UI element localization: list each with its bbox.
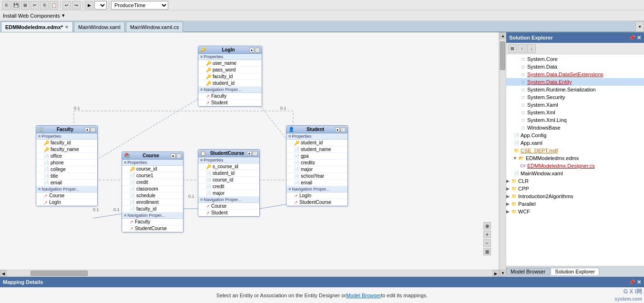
zoom-in-btn[interactable]: + <box>483 231 491 238</box>
se-item-intro2algo[interactable]: ▶ 📁 Introduction2Algorithms <box>506 192 644 200</box>
entity-studentcourse-collapse[interactable]: ▲ <box>247 151 252 156</box>
toolbar-btn-1[interactable]: ⎘ <box>2 1 10 10</box>
se-item-clr[interactable]: ▶ 📁 CLR <box>506 177 644 185</box>
se-label-systemdata-dse: System.Data.DataSetExtensions <box>527 71 603 77</box>
entity-student-expand[interactable]: □ <box>341 127 346 132</box>
se-expand-edmx[interactable]: ▼ <box>513 156 517 161</box>
se-item-appconfig[interactable]: 📄 App.Config <box>506 131 644 139</box>
se-item-windowsbase[interactable]: ◻ WindowsBase <box>506 124 644 131</box>
h-scrollbar[interactable]: ◀ ▶ <box>0 270 499 276</box>
tab-overflow-btn[interactable]: ▾ <box>635 21 644 32</box>
se-item-wcf[interactable]: ▶ 📁 WCF <box>506 208 644 215</box>
h-scroll-left[interactable]: ◀ <box>0 270 7 277</box>
se-toolbar-btn1[interactable]: ⊞ <box>508 44 517 53</box>
debug-combo[interactable]: Debug <box>94 1 107 10</box>
h-scroll-right[interactable]: ▶ <box>492 270 499 277</box>
v-scroll-down[interactable]: ▼ <box>500 270 506 276</box>
entity-student-nav-sc: ↗StudentCourse <box>286 199 348 206</box>
entity-faculty[interactable]: 🏢 Faculty ▲ □ ≡ Properties 🔑faculty_id 🔑… <box>36 125 98 206</box>
se-toolbar-btn3[interactable]: ↓ <box>527 44 536 53</box>
zoom-reset-btn[interactable]: ⊕ <box>483 222 491 230</box>
tab-edmx-close[interactable]: ✕ <box>65 25 69 30</box>
entity-course-header: 📚 Course ▲ □ <box>122 152 183 160</box>
entity-course-collapse[interactable]: ▲ <box>171 153 175 158</box>
toolbar-btn-6[interactable]: 📋 <box>50 1 58 10</box>
entity-student-collapse[interactable]: ▲ <box>335 127 340 132</box>
se-tab-solution-explorer[interactable]: Solution Explorer <box>551 268 599 275</box>
se-tab-model-browser[interactable]: Model Browser <box>506 268 550 275</box>
toolbar-run[interactable]: ▶ <box>85 1 93 10</box>
toolbar-btn-2[interactable]: 💾 <box>11 1 20 10</box>
se-item-appxaml[interactable]: 📄 App.xaml <box>506 139 644 147</box>
toolbar-btn-3[interactable]: ⊞ <box>21 1 30 10</box>
entity-login-collapse[interactable]: ▲ <box>249 48 254 52</box>
entity-faculty-collapse[interactable]: ▲ <box>85 127 90 132</box>
se-item-systemxmllinq[interactable]: ◻ System.Xml.Linq <box>506 116 644 124</box>
entity-sc-field-courseid: 📄course_id <box>198 177 259 183</box>
entity-login-field-studentid: 🔑student_id <box>198 80 262 87</box>
se-item-systemruntime[interactable]: ◻ System.Runtime.Serialization <box>506 86 644 93</box>
entity-course[interactable]: 📚 Course ▲ □ ≡ Properties 🔑course_id 📄co… <box>122 152 184 232</box>
mapping-link[interactable]: Model Browser <box>346 293 381 298</box>
se-icon-clr: 📁 <box>511 178 517 184</box>
entity-course-field-classroom: 📄classroom <box>122 186 183 192</box>
se-close-icon[interactable]: ✕ <box>637 35 641 41</box>
se-icon-systemruntime: ◻ <box>520 86 526 93</box>
se-item-mainwindow[interactable]: 📄 MainWindow.xaml <box>506 170 644 177</box>
zoom-out-btn[interactable]: − <box>483 239 491 247</box>
sep-2 <box>82 1 83 9</box>
config-combo[interactable]: ProduceTime <box>111 1 168 10</box>
entity-login-expand[interactable]: □ <box>255 48 260 52</box>
se-icon-systemcore: ◻ <box>520 56 526 62</box>
tab-edmx[interactable]: EDMModeledmx.edmx* ✕ <box>1 21 73 32</box>
svg-text:0.1: 0.1 <box>113 207 120 212</box>
tab-mainwindow-xaml[interactable]: MainWindow.xaml <box>74 21 125 32</box>
mapping-close-icon[interactable]: ✕ <box>637 279 641 285</box>
entity-login[interactable]: 🔑 LogIn ▲ □ ≡ Properties 🔑user_name 🔑pas… <box>198 46 262 107</box>
se-item-systemsecurity[interactable]: ◻ System.Security <box>506 93 644 101</box>
v-scroll-up[interactable]: ▲ <box>500 32 506 39</box>
zoom-fit-btn[interactable]: ⊞ <box>483 248 491 255</box>
se-label-systemxmllinq: System.Xml.Linq <box>527 117 567 123</box>
entity-course-expand[interactable]: □ <box>176 153 181 158</box>
editor-area: 0.1 0.1 0.1 0.1 0.1 0.1 🔑 LogIn ▲ □ <box>0 32 499 276</box>
se-item-csedept[interactable]: 📁 CSE_DEPT.mdf <box>506 147 644 154</box>
se-item-systemxml[interactable]: ◻ System.Xml <box>506 109 644 116</box>
tab-edmx-label: EDMModeledmx.edmx* <box>5 24 63 30</box>
se-item-systemxaml[interactable]: ◻ System.Xaml <box>506 101 644 109</box>
entity-student[interactable]: 👤 Student ▲ □ ≡ Properties 🔑student_id 📄… <box>286 125 348 206</box>
entity-faculty-expand[interactable]: □ <box>91 127 95 132</box>
se-item-systemdata[interactable]: ◻ System.Data <box>506 63 644 71</box>
se-item-edmx[interactable]: ▼ 📂 EDMModeledmx.edmx <box>506 154 644 162</box>
se-item-systemdata-dse[interactable]: ◻ System.Data.DataSetExtensions <box>506 71 644 78</box>
se-item-edmxdesigner[interactable]: C# EDMModeledmx.Designer.cs <box>506 162 644 170</box>
se-item-systemdata-entity[interactable]: ◻ System.Data.Entity <box>506 78 644 86</box>
toolbar-redo[interactable]: ↪ <box>72 1 81 10</box>
se-item-systemcore[interactable]: ◻ System.Core <box>506 55 644 63</box>
se-icon-windowsbase: ◻ <box>520 124 526 131</box>
h-scroll-thumb[interactable] <box>31 271 88 276</box>
v-scroll-track[interactable] <box>500 39 506 270</box>
entity-sc-nav-student: ↗Student <box>198 210 259 216</box>
tab-mainwindow-cs[interactable]: MainWindow.xaml.cs <box>126 21 184 32</box>
v-scrollbar[interactable]: ▲ ▼ <box>499 32 506 276</box>
entity-course-field-id: 🔑course_id <box>122 166 183 172</box>
se-item-parallel[interactable]: ▶ 📁 Parallel <box>506 200 644 208</box>
se-toolbar-btn2[interactable]: ↑ <box>518 44 526 53</box>
main-toolbar: ⎘ 💾 ⊞ ✂ ⎘ 📋 ↩ ↪ ▶ Debug ProduceTime <box>0 0 644 10</box>
entity-sc-field-scid: 🔑s_course_id <box>198 163 259 170</box>
editor-canvas[interactable]: 0.1 0.1 0.1 0.1 0.1 0.1 🔑 LogIn ▲ □ <box>0 32 499 270</box>
entity-studentcourse-props-title: ≡ Properties <box>198 157 259 163</box>
toolbar-undo[interactable]: ↩ <box>62 1 71 10</box>
v-scroll-thumb[interactable] <box>500 41 505 70</box>
toolbar-btn-5[interactable]: ⎘ <box>40 1 49 10</box>
se-pin-icon[interactable]: 📌 <box>629 35 635 41</box>
entity-studentcourse-title: StudentCourse <box>210 151 245 156</box>
h-scroll-track[interactable] <box>7 270 492 276</box>
entity-studentcourse-expand[interactable]: □ <box>253 151 257 156</box>
toolbar-btn-4[interactable]: ✂ <box>31 1 39 10</box>
mapping-pin-icon[interactable]: 📌 <box>629 279 635 285</box>
entity-student-field-gpa: 📄gpa <box>286 153 348 160</box>
se-item-cpp[interactable]: ▶ 📁 CPP <box>506 185 644 192</box>
entity-studentcourse[interactable]: 📋 StudentCourse ▲ □ ≡ Properties 🔑s_cour… <box>198 149 260 217</box>
